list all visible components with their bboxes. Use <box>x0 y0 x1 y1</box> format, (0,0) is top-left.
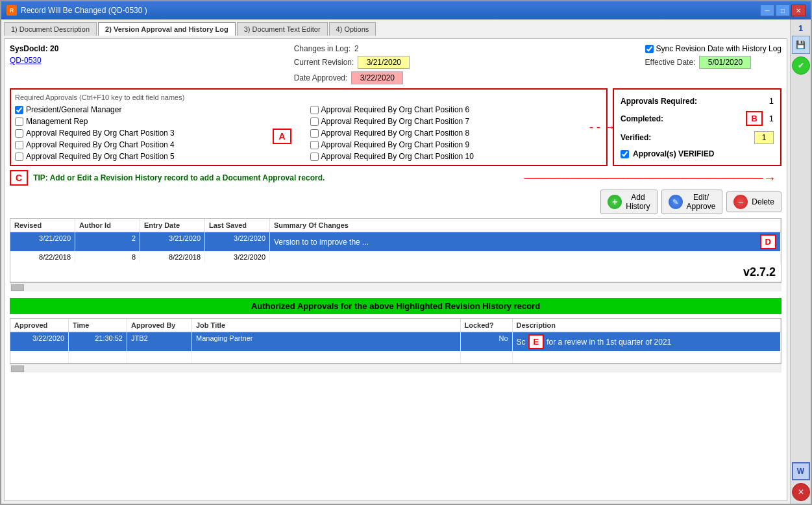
word-icon: W <box>797 467 804 476</box>
close-button-sidebar[interactable]: ✕ <box>792 483 810 501</box>
approval-label-r0: Approval Required By Org Chart Position … <box>321 105 470 114</box>
approval-label-1: Management Rep <box>26 117 88 126</box>
label-b: B <box>746 111 762 126</box>
approval-label-3: Approval Required By Org Chart Position … <box>26 140 175 149</box>
approval-checkbox-r3[interactable] <box>310 141 319 149</box>
history-scrollbar[interactable] <box>10 282 781 291</box>
changes-value: 2 <box>354 44 359 53</box>
tab-bar: 1) Document Description 2) Version Appro… <box>4 22 787 36</box>
row0-summary: Version to to improve the ... D <box>270 232 781 251</box>
approvals-scrollbar-thumb[interactable] <box>11 365 24 372</box>
sync-label: Sync Revision Date with History Log <box>656 44 781 53</box>
approval-item-4: Approval Required By Org Chart Position … <box>15 152 308 161</box>
save-button-sidebar[interactable]: 💾 <box>792 36 810 54</box>
row1-summary <box>270 251 781 263</box>
tab-doc-description[interactable]: 1) Document Description <box>4 22 97 36</box>
approvals-required-label: Approvals Required: <box>621 97 697 106</box>
tip-text: TIP: Add or Edit a Revision History reco… <box>33 173 325 182</box>
approval-checkbox-r4[interactable] <box>310 153 319 161</box>
arow0-time: 21:30:52 <box>69 332 127 351</box>
add-history-label: Add History <box>626 193 650 211</box>
window-title: Record Will Be Changed (QD-0530 ) <box>21 6 147 15</box>
doc-number-link[interactable]: QD-0530 <box>10 56 42 65</box>
approval-checkbox-r0[interactable] <box>310 106 319 114</box>
approval-checkbox-r1[interactable] <box>310 117 319 126</box>
row1-entry: 8/22/2018 <box>140 251 205 263</box>
acol-time: Time <box>69 319 127 332</box>
arow0-job-title: Managing Partner <box>192 332 461 351</box>
maximize-button[interactable]: □ <box>776 5 790 16</box>
approvals-row-0[interactable]: 3/22/2020 21:30:52 JTB2 Managing Partner… <box>10 332 781 351</box>
date-approved-label: Date Approved: <box>294 73 348 82</box>
approval-item-1: Management Rep <box>15 117 308 126</box>
approval-label-4: Approval Required By Org Chart Position … <box>26 152 175 161</box>
tip-arrow: ──────────────────────────→ <box>330 171 781 186</box>
info-top-right: Sync Revision Date with History Log Effe… <box>645 44 781 69</box>
approval-item-2: Approval Required By Org Chart Position … <box>15 129 308 138</box>
arrow-to-summary: - - → <box>589 121 615 134</box>
row0-author: 2 <box>75 232 140 251</box>
buttons-row: + Add History ✎ Edit/ Approve <box>10 190 781 214</box>
info-top-row: SysDocId: 20 QD-0530 Changes in Log: 2 C… <box>10 44 781 84</box>
edit-approve-icon: ✎ <box>669 195 683 209</box>
approvals-table-wrapper: Approved Time Approved By Job Title Lock… <box>10 318 781 373</box>
date-approved-value: 3/22/2020 <box>351 71 403 84</box>
minimize-button[interactable]: ─ <box>760 5 774 16</box>
doc-number-group: QD-0530 <box>10 56 58 65</box>
verified-checkbox[interactable] <box>621 150 629 158</box>
history-row-1[interactable]: 8/22/2018 8 8/22/2018 3/22/2020 <box>10 251 781 263</box>
verified-checkbox-label: Approval(s) VERIFIED <box>633 149 714 158</box>
col-last-saved: Last Saved <box>205 219 270 232</box>
approval-item-0: President/General Manager <box>15 105 308 114</box>
col-summary: Summary Of Changes <box>270 219 781 232</box>
completed-label: Completed: <box>621 114 663 123</box>
history-row-0[interactable]: 3/21/2020 2 3/21/2020 3/22/2020 Version … <box>10 232 781 251</box>
confirm-button-sidebar[interactable]: ✔ <box>792 56 810 75</box>
row0-entry: 3/21/2020 <box>140 232 205 251</box>
edit-approve-label: Edit/ Approve <box>687 193 716 211</box>
history-scrollbar-thumb[interactable] <box>11 284 24 291</box>
tip-row: C TIP: Add or Edit a Revision History re… <box>10 170 781 186</box>
approval-item-r2: Approval Required By Org Chart Position … <box>310 129 603 138</box>
approval-checkbox-1[interactable] <box>15 117 23 126</box>
date-approved-group: Date Approved: 3/22/2020 <box>294 71 410 84</box>
tab-version-approval[interactable]: 2) Version Approval and History Log <box>98 22 236 36</box>
tab-options[interactable]: 4) Options <box>329 22 376 36</box>
right-sidebar: 1 💾 ✔ W ✕ <box>790 19 811 504</box>
acol-job-title: Job Title <box>192 319 461 332</box>
row0-revised: 3/21/2020 <box>10 232 75 251</box>
approval-item-r3: Approval Required By Org Chart Position … <box>310 140 603 149</box>
app-icon: R <box>6 5 17 16</box>
current-revision-group: Current Revision: 3/21/2020 <box>294 56 410 69</box>
add-history-button[interactable]: + Add History <box>600 190 657 214</box>
sync-checkbox[interactable] <box>645 45 654 53</box>
approvals-table: Approved Time Approved By Job Title Lock… <box>10 318 781 363</box>
changes-group: Changes in Log: 2 <box>294 44 410 53</box>
title-controls: ─ □ ✕ <box>760 5 806 16</box>
content-area: 1) Document Description 2) Version Appro… <box>1 19 811 504</box>
sysdocid-label: SysDocId: 20 <box>10 44 58 53</box>
required-approvals-title: Required Approvals (Ctrl+F10 key to edit… <box>15 93 602 101</box>
version-text: v2.7.2 <box>10 263 781 282</box>
approvals-scrollbar[interactable] <box>10 363 781 373</box>
approval-checkbox-0[interactable] <box>15 106 23 114</box>
approval-checkbox-3[interactable] <box>15 141 23 149</box>
approval-checkbox-2[interactable] <box>15 129 23 138</box>
info-top-middle: Changes in Log: 2 Current Revision: 3/21… <box>294 44 410 84</box>
delete-button[interactable]: – Delete <box>726 191 781 212</box>
completed-row: Completed: B 1 <box>621 111 774 126</box>
acol-approved-by: Approved By <box>127 319 192 332</box>
tab-doc-text[interactable]: 3) Document Text Editor <box>237 22 328 36</box>
acol-locked: Locked? <box>461 319 513 332</box>
arow0-approved: 3/22/2020 <box>10 332 69 351</box>
approval-checkbox-4[interactable] <box>15 153 23 161</box>
check-icon: ✔ <box>798 61 804 70</box>
history-table-wrapper: Revised Author Id Entry Date Last Saved … <box>10 218 781 291</box>
delete-label: Delete <box>752 197 774 206</box>
close-button[interactable]: ✕ <box>791 5 806 16</box>
approval-checkbox-r2[interactable] <box>310 129 319 138</box>
edit-approve-button[interactable]: ✎ Edit/ Approve <box>661 190 723 214</box>
effective-date-value: 5/01/2020 <box>699 56 751 69</box>
approval-label-2: Approval Required By Org Chart Position … <box>26 129 175 138</box>
word-button-sidebar[interactable]: W <box>792 462 810 480</box>
